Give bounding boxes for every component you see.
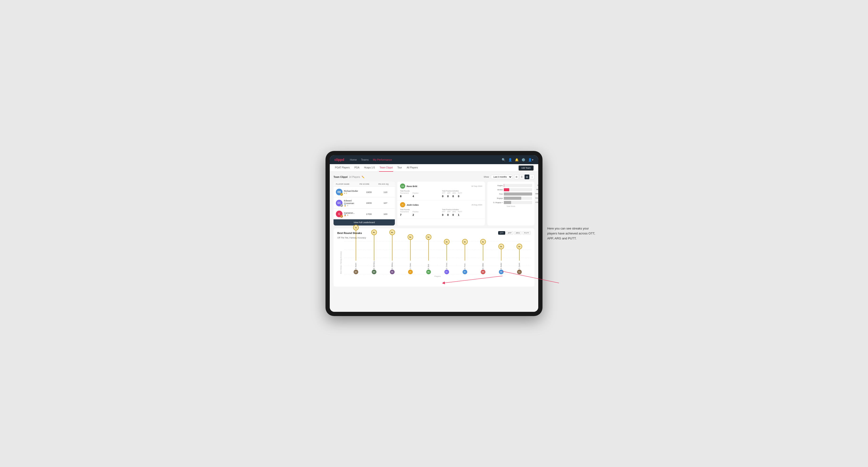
streak-bubble: 5x bbox=[408, 234, 413, 240]
search-icon[interactable]: 🔍 bbox=[502, 158, 505, 161]
ott-stat-2: OTT 0 bbox=[442, 211, 445, 217]
streak-line bbox=[465, 245, 465, 261]
bar-fill bbox=[504, 184, 504, 187]
streak-line bbox=[428, 240, 429, 261]
round-stat-group-t: Tournament 7 bbox=[400, 211, 409, 217]
view-grid-button[interactable]: ⊞ bbox=[514, 175, 519, 179]
annotation: Here you can see streaks your players ha… bbox=[547, 226, 597, 241]
player-streak-col: 3x R. Butler RB bbox=[499, 247, 503, 274]
avatar-icon[interactable]: 👤▾ bbox=[528, 158, 533, 161]
bar-value: 311 bbox=[535, 197, 538, 199]
round-card-header-2: JC Josh Coles 26 Aug 2023 bbox=[400, 202, 482, 207]
streak-player-name: D. Ford bbox=[464, 261, 466, 269]
bar-track: 131 bbox=[504, 201, 532, 204]
bar-value: 96 bbox=[536, 188, 538, 191]
player-streak-col: 5x J. Coles JC bbox=[408, 237, 413, 274]
view-leaderboard-button[interactable]: View Full Leaderboard bbox=[334, 219, 395, 225]
putt-stat-2: PUTT 1 bbox=[458, 211, 462, 217]
nav-my-performance[interactable]: My Performance bbox=[373, 158, 392, 161]
streaks-section: Best Round Streaks OTT APP ARG PUTT Off … bbox=[334, 228, 534, 286]
bar-fill bbox=[504, 192, 532, 195]
streak-bar-area: 3x bbox=[519, 247, 520, 261]
bar-label: D. Bogeys + bbox=[490, 201, 503, 204]
streak-player-name: C. Quick bbox=[519, 261, 520, 269]
player-info-2: EC 2 Edward Crossman 🏅 ② bbox=[336, 199, 360, 207]
bar-label: Eagles bbox=[490, 184, 503, 187]
bar-track: 499 bbox=[504, 192, 532, 195]
streak-avatar: RB bbox=[499, 270, 503, 274]
person-icon[interactable]: 👤 bbox=[508, 158, 512, 161]
streak-bubble: 4x bbox=[462, 239, 468, 245]
streak-line bbox=[519, 249, 520, 261]
panels-area: PLAYER NAME PB SCORE PB AVG SQ RB 1 bbox=[334, 182, 534, 225]
tournament-val-2: 7 bbox=[400, 214, 401, 216]
avatar: C 3 bbox=[336, 211, 342, 217]
rank-badge-bronze: 3 bbox=[340, 215, 343, 218]
table-row: RB 1 Richard Butler ♥ ① 19/20 110 bbox=[334, 187, 395, 197]
tournament-label: Tournament bbox=[400, 192, 409, 194]
streak-player-name: E. Ewert bbox=[355, 261, 356, 269]
avatar: EC 2 bbox=[336, 200, 342, 206]
practice-act-label-1: Total Practice Activities bbox=[442, 190, 482, 192]
filter-app[interactable]: APP bbox=[506, 231, 513, 235]
arg-stat: ARG 0 bbox=[453, 192, 456, 198]
streak-player-name: R. Butler bbox=[500, 261, 502, 269]
player-streak-col: 4x D. Ford DF bbox=[463, 242, 467, 274]
player-streak-col: 4x M. Miller MM bbox=[481, 242, 486, 274]
subnav-team-clippd[interactable]: Team Clippd bbox=[379, 164, 393, 172]
subnav-hcaps[interactable]: Hcaps 1-5 bbox=[364, 164, 375, 172]
round-practice-activities-2: Total Practice Activities OTT 0 APP bbox=[442, 209, 482, 217]
filter-arg[interactable]: ARG bbox=[514, 231, 522, 235]
streak-player-name: M. Miller bbox=[482, 261, 484, 269]
bar-label: Birdies bbox=[490, 189, 503, 191]
leaderboard-header: PLAYER NAME PB SCORE PB AVG SQ bbox=[334, 182, 395, 187]
subnav-all-players[interactable]: All Players bbox=[406, 164, 418, 172]
settings-icon[interactable]: ⚙️ bbox=[522, 158, 525, 161]
team-name: Team Clippd bbox=[334, 176, 347, 178]
streak-avatar: CQ bbox=[517, 270, 522, 274]
streak-bubble: 7x bbox=[353, 225, 359, 230]
streak-bar-area: 7x bbox=[356, 228, 356, 261]
streak-avatar: MM bbox=[481, 270, 486, 274]
player-streak-col: 4x E. Crossman EC bbox=[444, 242, 449, 274]
putt-val-2: 1 bbox=[458, 214, 459, 216]
add-team-button[interactable]: Add Team bbox=[519, 165, 533, 170]
nav-teams[interactable]: Teams bbox=[361, 158, 369, 161]
app-logo: clippd bbox=[335, 158, 344, 161]
round-card-header-1: RB Rees Britt 02 Sep 2023 bbox=[400, 184, 482, 189]
player-name-2: Edward Crossman bbox=[344, 199, 360, 205]
team-title-area: Team Clippd 14 Players ✏️ bbox=[334, 176, 365, 178]
avatar: RB bbox=[400, 184, 405, 189]
filter-ott[interactable]: OTT bbox=[498, 231, 505, 235]
streaks-filters: OTT APP ARG PUTT bbox=[498, 231, 531, 235]
streak-line bbox=[483, 245, 483, 261]
streaks-chart-inner: 7x E. Ewert EE 6x B. McHerg BM 6x D. Bil… bbox=[344, 241, 531, 284]
bar-fill bbox=[504, 197, 521, 200]
subnav-pga[interactable]: PGA bbox=[354, 164, 360, 172]
arg-stat-2: ARG 0 bbox=[453, 211, 456, 217]
streak-line bbox=[446, 245, 447, 261]
bell-icon[interactable]: 🔔 bbox=[515, 158, 519, 161]
round-date-2: 26 Aug 2023 bbox=[471, 204, 482, 206]
main-content: Team Clippd 14 Players ✏️ Show Last 3 mo… bbox=[330, 172, 538, 312]
filter-putt[interactable]: PUTT bbox=[522, 231, 531, 235]
streak-avatar: DB bbox=[390, 270, 395, 274]
player-name-3: Cameron... bbox=[344, 212, 355, 214]
subnav-tour[interactable]: Tour bbox=[397, 164, 402, 172]
col-pb-avg: PB AVG SQ bbox=[378, 183, 393, 185]
subnav-pgat[interactable]: PGAT Players bbox=[335, 164, 350, 172]
app-stat-2: APP 0 bbox=[447, 211, 451, 217]
arg-val-1: 0 bbox=[453, 195, 454, 198]
streak-bar-area: 4x bbox=[483, 242, 483, 261]
streak-bar-area: 5x bbox=[428, 237, 429, 261]
nav-home[interactable]: Home bbox=[350, 158, 356, 161]
view-chart-button[interactable]: ▤ bbox=[525, 175, 529, 179]
view-list-button[interactable]: ☰ bbox=[519, 175, 524, 179]
bar-track: 311 bbox=[504, 197, 532, 200]
time-filter-dropdown[interactable]: Last 3 months bbox=[491, 175, 512, 179]
streaks-players: 7x E. Ewert EE 6x B. McHerg BM 6x D. Bil… bbox=[344, 241, 531, 274]
edit-icon[interactable]: ✏️ bbox=[362, 176, 365, 178]
view-table-button[interactable]: ↕ bbox=[530, 175, 534, 179]
practice-val-1: 4 bbox=[412, 195, 414, 198]
streak-bubble: 5x bbox=[426, 234, 431, 240]
